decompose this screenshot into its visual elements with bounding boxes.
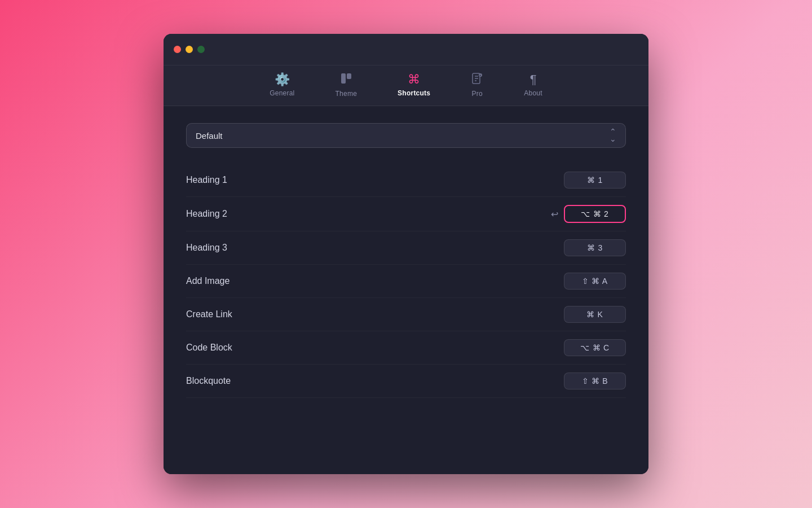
shortcut-right-blockquote: ↩ ⇧ ⌘ B <box>551 373 626 389</box>
svg-rect-1 <box>347 73 351 79</box>
titlebar <box>164 34 648 65</box>
tab-general-label: General <box>270 89 294 97</box>
tab-shortcuts[interactable]: ⌘ Shortcuts <box>377 73 451 105</box>
content-area: Default ⌃⌄ Heading 1 ↩ ⌘ 1 Heading 2 ↩ ⌥… <box>164 106 648 474</box>
gear-icon: ⚙️ <box>275 73 290 86</box>
tab-general[interactable]: ⚙️ General <box>249 73 315 105</box>
kbd-code-block[interactable]: ⌥ ⌘ C <box>564 339 626 356</box>
shortcut-row-heading1: Heading 1 ↩ ⌘ 1 <box>186 164 626 197</box>
tab-about[interactable]: ¶ About <box>504 73 563 105</box>
kbd-create-link[interactable]: ⌘ K <box>564 306 626 323</box>
shortcut-row-blockquote: Blockquote ↩ ⇧ ⌘ B <box>186 365 626 398</box>
shortcut-label-add-image: Add Image <box>186 276 230 286</box>
svg-rect-0 <box>341 73 346 84</box>
theme-icon <box>340 72 352 86</box>
shortcut-row-add-image: Add Image ↩ ⇧ ⌘ A <box>186 265 626 298</box>
about-icon: ¶ <box>530 73 537 86</box>
tab-shortcuts-label: Shortcuts <box>398 89 430 97</box>
kbd-heading2[interactable]: ⌥ ⌘ 2 <box>564 205 626 223</box>
shortcut-row-heading3: Heading 3 ↩ ⌘ 3 <box>186 231 626 265</box>
shortcut-label-create-link: Create Link <box>186 309 232 319</box>
shortcuts-list: Heading 1 ↩ ⌘ 1 Heading 2 ↩ ⌥ ⌘ 2 Headin… <box>186 164 626 398</box>
shortcut-right-heading3: ↩ ⌘ 3 <box>551 239 626 256</box>
shortcut-label-blockquote: Blockquote <box>186 376 231 386</box>
shortcuts-icon: ⌘ <box>408 73 420 86</box>
close-button[interactable] <box>174 46 181 53</box>
shortcut-right-create-link: ↩ ⌘ K <box>551 306 626 323</box>
shortcut-right-code-block: ↩ ⌥ ⌘ C <box>551 339 626 356</box>
dropdown-value: Default <box>196 131 223 141</box>
shortcut-right-add-image: ↩ ⇧ ⌘ A <box>551 273 626 290</box>
shortcut-row-code-block: Code Block ↩ ⌥ ⌘ C <box>186 331 626 365</box>
traffic-lights <box>174 46 205 53</box>
tabbar: ⚙️ General Theme ⌘ Shortcuts <box>164 65 648 106</box>
kbd-blockquote[interactable]: ⇧ ⌘ B <box>564 373 626 389</box>
shortcut-label-heading1: Heading 1 <box>186 175 227 185</box>
shortcut-right-heading2: ↩ ⌥ ⌘ 2 <box>551 205 626 223</box>
shortcut-right-heading1: ↩ ⌘ 1 <box>551 172 626 189</box>
svg-text:+: + <box>479 73 481 77</box>
reset-icon-heading2[interactable]: ↩ <box>551 209 558 220</box>
shortcut-row-create-link: Create Link ↩ ⌘ K <box>186 298 626 331</box>
tab-about-label: About <box>524 89 542 97</box>
shortcut-label-heading2: Heading 2 <box>186 209 227 219</box>
kbd-heading1[interactable]: ⌘ 1 <box>564 172 626 189</box>
tab-theme[interactable]: Theme <box>315 72 378 106</box>
shortcut-label-code-block: Code Block <box>186 343 232 353</box>
tab-pro[interactable]: + Pro <box>451 72 504 106</box>
shortcut-set-dropdown[interactable]: Default ⌃⌄ <box>186 123 626 148</box>
tab-theme-label: Theme <box>336 90 358 98</box>
preferences-window: ⚙️ General Theme ⌘ Shortcuts <box>164 34 648 474</box>
kbd-add-image[interactable]: ⇧ ⌘ A <box>564 273 626 290</box>
minimize-button[interactable] <box>186 46 193 53</box>
pro-icon: + <box>471 72 483 86</box>
maximize-button[interactable] <box>197 46 205 53</box>
kbd-heading3[interactable]: ⌘ 3 <box>564 239 626 256</box>
shortcut-label-heading3: Heading 3 <box>186 243 227 253</box>
tab-pro-label: Pro <box>472 90 483 98</box>
shortcut-set-wrapper: Default ⌃⌄ <box>186 123 626 148</box>
shortcut-row-heading2: Heading 2 ↩ ⌥ ⌘ 2 <box>186 197 626 231</box>
chevron-updown-icon: ⌃⌄ <box>610 128 616 142</box>
